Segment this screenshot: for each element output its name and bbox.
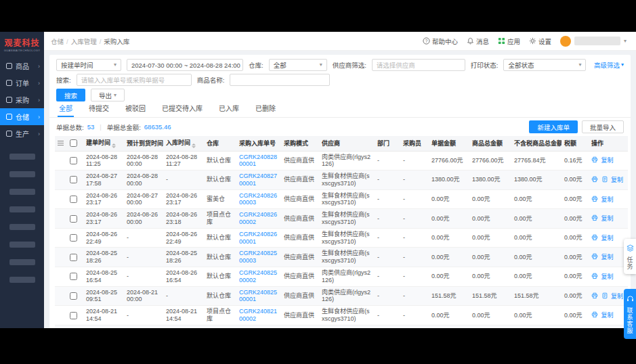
row-checkbox[interactable] bbox=[70, 292, 77, 300]
cell-ops: 复制 bbox=[589, 286, 628, 306]
task-float-button[interactable]: 任务 bbox=[624, 239, 636, 274]
row-checkbox[interactable] bbox=[70, 312, 77, 319]
print-icon[interactable] bbox=[591, 273, 598, 279]
row-checkbox[interactable] bbox=[70, 234, 77, 242]
redacted-menu-item[interactable] bbox=[9, 154, 35, 160]
redacted-menu-item[interactable] bbox=[9, 171, 35, 177]
batch-import-button[interactable]: 批量导入 bbox=[582, 120, 624, 133]
cell-supplier: 肉类供应商(rlgys2126) bbox=[319, 267, 375, 287]
product-name-input[interactable] bbox=[230, 74, 330, 86]
sidebar-item-orders[interactable]: 订单› bbox=[0, 74, 44, 91]
chevron-right-icon: › bbox=[38, 97, 40, 104]
doc-icon[interactable] bbox=[601, 176, 608, 183]
order-no-link[interactable]: CGRK24082700001 bbox=[239, 173, 277, 187]
breadcrumb-warehouse[interactable]: 仓储 bbox=[51, 37, 68, 46]
col-tax: 税额 bbox=[561, 136, 589, 151]
row-checkbox[interactable] bbox=[70, 273, 77, 280]
date-range-input[interactable]: 2024-07-30 00:00 ~ 2024-08-28 24:00 bbox=[127, 59, 243, 71]
redacted-menu-item[interactable] bbox=[9, 259, 35, 265]
doc-icon[interactable] bbox=[601, 292, 608, 299]
print-icon[interactable] bbox=[591, 292, 598, 299]
redacted-menu-item[interactable] bbox=[9, 189, 35, 195]
tab-pending-submit[interactable]: 待提交 bbox=[87, 103, 110, 117]
amount-label: 单据总金额: bbox=[107, 122, 141, 132]
select-all-checkbox[interactable] bbox=[70, 139, 77, 147]
warehouse-select[interactable]: 全部 ▾ bbox=[269, 59, 327, 71]
copy-link[interactable]: 复制 bbox=[601, 273, 614, 280]
sidebar-item-warehouse[interactable]: 仓储› bbox=[0, 108, 44, 125]
row-checkbox[interactable] bbox=[70, 176, 77, 183]
order-no-link[interactable]: CGRK24082800001 bbox=[239, 154, 277, 168]
row-checkbox[interactable] bbox=[70, 196, 77, 203]
print-icon[interactable] bbox=[591, 176, 598, 183]
time-type-select[interactable]: 按建单时间 ▾ bbox=[56, 59, 121, 71]
col-created[interactable]: 建单时间 bbox=[83, 136, 124, 151]
expand-all-icon[interactable] bbox=[58, 141, 64, 141]
print-icon[interactable] bbox=[591, 196, 598, 202]
col-inbound-time[interactable]: 入库时间 bbox=[163, 136, 204, 151]
redacted-menu-item[interactable] bbox=[9, 206, 35, 212]
tab-rejected[interactable]: 被驳回 bbox=[124, 103, 147, 117]
help-center-button[interactable]: ? 帮助中心 bbox=[423, 37, 458, 46]
contact-support-button[interactable]: 联系客服 bbox=[624, 289, 636, 339]
copy-link[interactable]: 复制 bbox=[601, 235, 614, 242]
copy-link[interactable]: 复制 bbox=[601, 196, 614, 203]
copy-link[interactable]: 复制 bbox=[601, 157, 614, 164]
chevron-right-icon: › bbox=[38, 131, 40, 137]
orders-icon bbox=[6, 80, 12, 86]
apps-button[interactable]: 应用 bbox=[498, 37, 520, 46]
select-all-header[interactable] bbox=[67, 136, 83, 151]
advanced-filter-link[interactable]: 高级筛选 ▾ bbox=[594, 60, 624, 70]
settings-button[interactable]: 设置 bbox=[529, 37, 551, 46]
print-icon[interactable] bbox=[591, 156, 598, 163]
print-icon[interactable] bbox=[591, 234, 598, 241]
copy-link[interactable]: 复制 bbox=[611, 293, 623, 300]
copy-link[interactable]: 复制 bbox=[611, 177, 623, 183]
copy-link[interactable]: 复制 bbox=[601, 312, 614, 319]
redacted-menu-item[interactable] bbox=[9, 224, 35, 230]
cell-order-no: CGRK24082600002 bbox=[236, 209, 281, 229]
sort-icon[interactable] bbox=[112, 143, 116, 148]
breadcrumb-inbound-management[interactable]: 入库管理 bbox=[71, 37, 102, 46]
row-checkbox[interactable] bbox=[70, 157, 77, 164]
tab-deleted[interactable]: 已删除 bbox=[254, 103, 277, 117]
sidebar-item-production[interactable]: 生产› bbox=[0, 125, 44, 142]
sidebar-item-goods[interactable]: 商品› bbox=[0, 58, 44, 74]
tab-submitted-pending-inbound[interactable]: 已提交待入库 bbox=[161, 103, 204, 117]
order-no-link[interactable]: CGRK24082600003 bbox=[239, 192, 277, 206]
copy-link[interactable]: 复制 bbox=[601, 215, 614, 222]
sidebar-item-label: 仓储 bbox=[16, 112, 29, 122]
order-no-link[interactable]: CGRK24082500003 bbox=[239, 250, 277, 264]
print-status-select[interactable]: 全部状态 ▾ bbox=[503, 59, 586, 71]
order-no-link[interactable]: CGRK24082500002 bbox=[239, 269, 277, 283]
order-no-link[interactable]: CGRK24082500001 bbox=[239, 289, 277, 303]
redacted-menu-item[interactable] bbox=[9, 242, 35, 248]
order-search-input[interactable] bbox=[77, 74, 192, 86]
expand-all-header[interactable] bbox=[55, 136, 67, 151]
row-checkbox[interactable] bbox=[70, 254, 77, 261]
cell-created: 2024-08-21 14:54 bbox=[83, 306, 124, 325]
order-no-link[interactable]: CGRK24082600001 bbox=[239, 231, 277, 245]
messages-button[interactable]: 消息 bbox=[467, 37, 489, 46]
sidebar-item-purchase[interactable]: 采购› bbox=[0, 91, 44, 108]
row-checkbox[interactable] bbox=[70, 215, 77, 223]
search-button[interactable]: 搜索 bbox=[56, 89, 85, 101]
chevron-down-icon: ▾ bbox=[578, 62, 581, 68]
app-window: 观麦科技 GUANMAITECHNOLOGY 商品›订单›采购›仓储›生产› 仓… bbox=[0, 32, 636, 328]
order-no-link[interactable]: CGRK24082600002 bbox=[239, 211, 277, 225]
print-icon[interactable] bbox=[591, 214, 598, 221]
order-no-link[interactable]: CGRK24082100002 bbox=[239, 308, 277, 322]
redacted-menu-item[interactable] bbox=[9, 277, 35, 283]
cell-warehouse: 默认仓库 bbox=[204, 267, 236, 287]
print-icon[interactable] bbox=[591, 311, 598, 318]
supplier-filter-input[interactable] bbox=[372, 59, 465, 71]
print-icon[interactable] bbox=[591, 253, 598, 260]
new-inbound-button[interactable]: 新建入库单 bbox=[529, 120, 578, 133]
cell-tax: 0.00元 bbox=[561, 170, 589, 190]
account-menu[interactable]: ▾ bbox=[560, 36, 627, 47]
tab-all[interactable]: 全部 bbox=[58, 103, 74, 117]
export-button[interactable]: 导出 ▾ bbox=[91, 89, 125, 101]
sort-icon[interactable] bbox=[192, 143, 196, 148]
tab-inbound-done[interactable]: 已入库 bbox=[217, 103, 240, 117]
copy-link[interactable]: 复制 bbox=[601, 254, 614, 260]
